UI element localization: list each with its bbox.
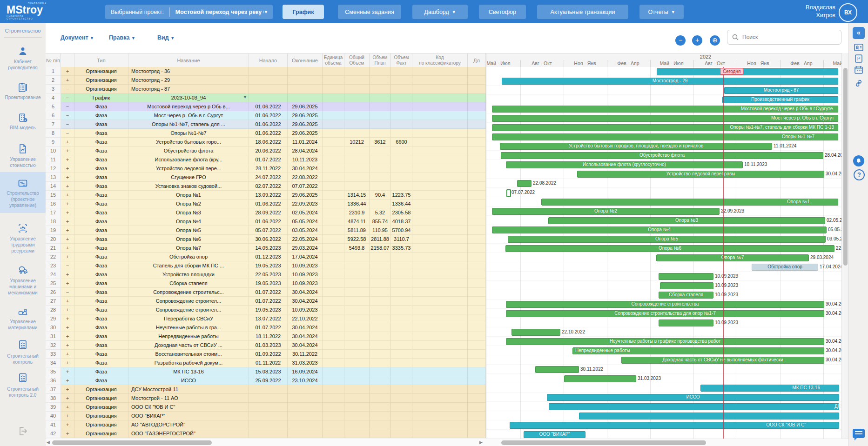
table-row[interactable]: 23−ФазаСтапель для сборки МК ПС ...19.05…: [46, 261, 486, 270]
row-expander[interactable]: +: [61, 376, 74, 385]
gantt-bar[interactable]: Опора №1: [541, 199, 838, 206]
vertical-scrollbar-thumb[interactable]: [843, 68, 848, 266]
row-expander[interactable]: +: [61, 217, 74, 226]
col-header-name[interactable]: Название: [128, 53, 249, 67]
gantt-bar[interactable]: Неучтенные работы в графике производства…: [506, 338, 824, 345]
scroll-right-icon[interactable]: ▶: [479, 440, 483, 445]
gantt-bar[interactable]: ИССО: [547, 394, 839, 401]
table-row[interactable]: 19+ФазаОпора №505.07.202203.05.20245811.…: [46, 226, 486, 235]
row-expander[interactable]: +: [61, 244, 74, 253]
col-header-unit[interactable]: Единицаобъема: [323, 53, 344, 67]
row-expander[interactable]: +: [61, 173, 74, 182]
row-expander[interactable]: −: [61, 102, 74, 111]
table-row[interactable]: 41+ОрганизацияАО "АВТОДОРСТРОЙ": [46, 420, 486, 429]
row-name[interactable]: Опоры №1-№7: [128, 129, 249, 138]
row-expander[interactable]: −: [61, 111, 74, 120]
sidebar-item-6[interactable]: Управлениетрудовымиресурсами: [0, 223, 46, 254]
row-expander[interactable]: +: [61, 182, 74, 191]
gantt-bar[interactable]: [659, 273, 713, 280]
table-row[interactable]: 25+ФазаСборка стапеля19.05.202310.09.202…: [46, 279, 486, 288]
search-box[interactable]: [727, 30, 841, 45]
gantt-bar[interactable]: [511, 329, 560, 336]
row-name[interactable]: Использование флота (кру...: [128, 155, 249, 164]
table-row[interactable]: 10+ФазаОбустройство флота20.06.202228.04…: [46, 146, 486, 155]
gantt-bar[interactable]: Обустройство флота: [501, 152, 823, 159]
table-row[interactable]: 35+ФазаМК ПС 13-1615.08.202316.09.2024: [46, 367, 486, 376]
table-row[interactable]: 37+ОрганизацияДСУ Мостострой-11: [46, 385, 486, 394]
row-name[interactable]: Стапель для сборки МК ПС ...: [128, 261, 249, 270]
gantt-bar[interactable]: Использование флота (круглосуточно): [506, 161, 743, 168]
row-name[interactable]: Устройство бытовых горо...: [128, 138, 249, 146]
table-row[interactable]: 42+ОрганизацияООО "ГАЗЭНЕРГОСТРОЙ": [46, 429, 486, 438]
horizontal-scrollbar[interactable]: ◀ ▶: [46, 439, 848, 446]
row-name[interactable]: Устройство ледовой пере...: [128, 164, 249, 173]
gantt-bar[interactable]: Опора №5: [508, 236, 826, 243]
gantt-scrollbar-thumb[interactable]: [501, 440, 706, 445]
table-row[interactable]: 8−ФазаОпоры №1-№701.06.202229.06.2025: [46, 129, 486, 138]
row-expander[interactable]: +: [61, 235, 74, 244]
row-name[interactable]: Опора №2: [128, 200, 249, 208]
table-row[interactable]: 40+ОрганизацияООО "ВИКАР": [46, 412, 486, 420]
gantt-chart[interactable]: Сегодня Мостоотряд - 29Мостоотряд - 87Пр…: [486, 67, 842, 439]
row-name[interactable]: Сборка стапеля: [128, 279, 249, 288]
gantt-bar[interactable]: Устройство ледовой переправы: [577, 171, 824, 178]
col-header-code[interactable]: Кодпо классификатору: [412, 53, 468, 67]
sidebar-item-2[interactable]: Проектирование: [0, 82, 46, 100]
col-header-total[interactable]: ОбщийОбъем: [344, 53, 370, 67]
calendar-icon[interactable]: [853, 64, 864, 75]
table-row[interactable]: 36+ФазаИССО25.09.202223.10.2024: [46, 376, 486, 385]
table-row[interactable]: 1+ОрганизацияМостоотряд - 36: [46, 67, 486, 76]
zoom-out-button[interactable]: −: [675, 35, 686, 46]
help-icon[interactable]: ?: [854, 169, 865, 180]
row-name[interactable]: ДСУ Мостострой-11: [128, 385, 249, 394]
row-name[interactable]: Мостоотряд - 87: [128, 85, 249, 93]
gantt-bar[interactable]: Мостовой переход через р.Обь в г.Сургуте…: [492, 106, 838, 113]
table-row[interactable]: 33+ФазаВосстановительная стоим...01.09.2…: [46, 350, 486, 359]
gantt-bar[interactable]: Опоры №1-№7: [492, 133, 838, 140]
gantt-bar[interactable]: Опора №7: [656, 254, 809, 261]
table-row[interactable]: 9+ФазаУстройство бытовых горо...18.06.20…: [46, 138, 486, 146]
nav-button-2[interactable]: Сменные задания: [338, 5, 401, 19]
row-expander[interactable]: +: [61, 394, 74, 403]
table-row[interactable]: 12+ФазаУстройство ледовой пере...28.11.2…: [46, 164, 486, 173]
zoom-in-button[interactable]: +: [692, 35, 702, 46]
gantt-bar[interactable]: Устройство бытовых городков, площадок, п…: [500, 143, 772, 150]
row-name[interactable]: Сгущение ГРО: [128, 173, 249, 182]
row-name[interactable]: Мостострой - 11 АО: [128, 394, 249, 403]
row-expander[interactable]: +: [61, 420, 74, 429]
gantt-bar[interactable]: Производственный график: [722, 96, 838, 103]
row-expander[interactable]: +: [61, 155, 74, 164]
row-name[interactable]: Опора №1: [128, 191, 249, 200]
nav-button-6[interactable]: Отчеты▼: [639, 5, 684, 19]
row-expander[interactable]: −: [61, 129, 74, 138]
fit-view-button[interactable]: ⊕: [710, 35, 720, 46]
sidebar-item-9[interactable]: Строительныйконтроль: [0, 339, 46, 365]
col-header-end[interactable]: Окончание: [288, 53, 323, 67]
row-expander[interactable]: +: [61, 146, 74, 155]
row-expander[interactable]: +: [61, 138, 74, 146]
row-name[interactable]: Опора №4: [128, 217, 249, 226]
menu-view[interactable]: Вид ▼: [157, 34, 175, 41]
row-name[interactable]: ООО СК "ЮВ И С": [128, 403, 249, 412]
gantt-bar[interactable]: Мост через р. Обь в г. Сургут: [492, 115, 838, 122]
gantt-bar[interactable]: [657, 68, 838, 75]
table-row[interactable]: 18+ФазаОпора №401.06.202205.05.20244874.…: [46, 217, 486, 226]
chat-icon[interactable]: [853, 429, 865, 438]
row-expander[interactable]: +: [61, 270, 74, 279]
scroll-left-icon[interactable]: ◀: [47, 440, 50, 445]
row-expander[interactable]: +: [61, 385, 74, 394]
gantt-bar[interactable]: ДСУ Мостострой-11: [549, 403, 839, 410]
menu-edit[interactable]: Правка ▼: [109, 34, 135, 41]
col-header-type[interactable]: Тип: [74, 53, 128, 67]
table-row[interactable]: 32+ФазаДоходная часть от СВСиУ ...01.03.…: [46, 341, 486, 350]
gantt-bar[interactable]: Непредвиденные работы: [572, 347, 824, 354]
row-expander[interactable]: −: [61, 288, 74, 297]
row-expander[interactable]: +: [61, 208, 74, 217]
search-input[interactable]: [741, 33, 827, 41]
table-row[interactable]: 28+ФазаСопровождение строител...19.05.20…: [46, 306, 486, 314]
gantt-bar[interactable]: Опора №6: [505, 245, 834, 252]
row-expander[interactable]: −: [61, 93, 74, 102]
gantt-bar[interactable]: Мостоотряд - 29: [502, 78, 838, 85]
sidebar-item-8[interactable]: Управлениематериалами: [0, 306, 46, 331]
table-row[interactable]: 39+ОрганизацияООО СК "ЮВ И С": [46, 403, 486, 412]
